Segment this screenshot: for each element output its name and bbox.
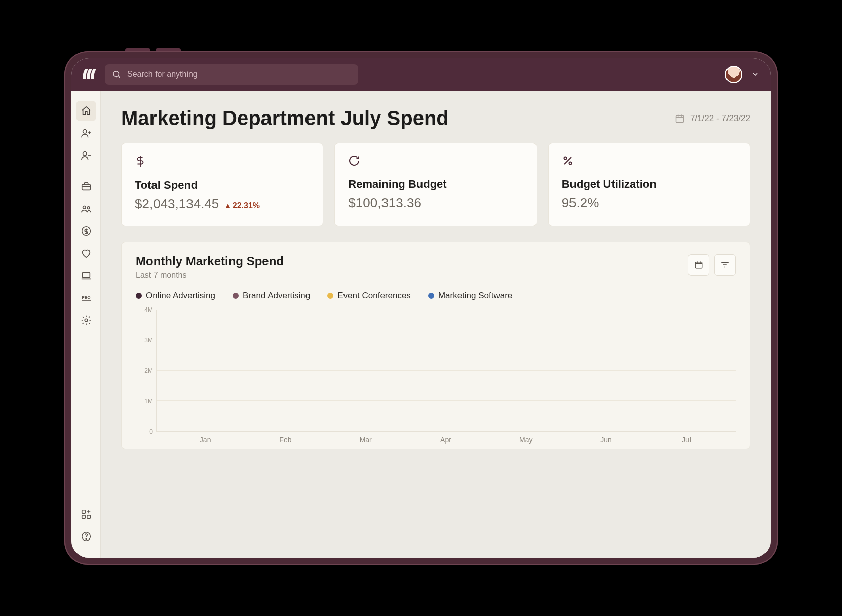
caret-up-icon xyxy=(225,203,231,208)
date-range-picker[interactable]: 7/1/22 - 7/23/22 xyxy=(675,113,750,124)
legend-label: Brand Advertising xyxy=(243,291,310,301)
total-spend-card: Total Spend $2,043,134.45 22.31% xyxy=(121,143,323,226)
x-tick: Feb xyxy=(271,436,300,444)
bar-column xyxy=(672,428,701,431)
x-tick: Mar xyxy=(351,436,380,444)
svg-text:PEO: PEO xyxy=(82,295,90,300)
legend-swatch xyxy=(136,293,142,299)
remaining-budget-card: Remaining Budget $100,313.36 xyxy=(334,143,537,226)
app-logo xyxy=(83,69,96,80)
tablet-frame: PEO Marketing Department July Spend 7/1/… xyxy=(64,51,778,565)
legend-swatch xyxy=(233,293,239,299)
svg-rect-12 xyxy=(87,515,90,518)
chart-filter-button[interactable] xyxy=(714,254,736,276)
svg-point-5 xyxy=(87,207,90,209)
chart-area: 01M2M3M4M xyxy=(136,310,736,432)
chart-subtitle: Last 7 months xyxy=(136,271,284,280)
heart-icon[interactable] xyxy=(76,243,96,263)
bar-column xyxy=(512,428,541,431)
x-tick: May xyxy=(511,436,541,444)
svg-point-0 xyxy=(113,71,119,77)
legend-item[interactable]: Brand Advertising xyxy=(233,291,310,301)
svg-point-2 xyxy=(83,152,86,156)
x-axis: JanFebMarAprMayJunJul xyxy=(136,432,736,444)
y-tick: 0 xyxy=(149,428,153,435)
laptop-icon[interactable] xyxy=(76,265,96,286)
svg-point-9 xyxy=(85,319,88,322)
stat-value: $2,043,134.45 xyxy=(135,196,219,211)
bar-column xyxy=(351,428,380,431)
search-box[interactable] xyxy=(105,64,358,85)
page-title: Marketing Department July Spend xyxy=(121,107,449,130)
search-input[interactable] xyxy=(126,69,351,80)
chart-card: Monthly Marketing Spend Last 7 months xyxy=(121,242,750,449)
plot xyxy=(156,310,736,432)
top-bar xyxy=(71,58,771,91)
legend-item[interactable]: Marketing Software xyxy=(428,291,512,301)
search-icon xyxy=(112,70,121,79)
svg-point-16 xyxy=(564,157,566,160)
delta-badge: 22.31% xyxy=(225,201,260,210)
svg-point-17 xyxy=(569,162,571,165)
stat-label: Budget Utilization xyxy=(562,178,737,191)
people-icon[interactable] xyxy=(76,199,96,219)
svg-rect-11 xyxy=(82,515,85,518)
screen: PEO Marketing Department July Spend 7/1/… xyxy=(71,58,771,558)
y-tick: 2M xyxy=(144,367,153,374)
stat-value: $100,313.36 xyxy=(348,195,422,210)
dollar-icon[interactable] xyxy=(76,221,96,241)
bar-column xyxy=(431,428,461,431)
chart-title: Monthly Marketing Spend xyxy=(136,254,284,268)
stat-label: Remaining Budget xyxy=(348,178,523,191)
chart-legend: Online AdvertisingBrand AdvertisingEvent… xyxy=(136,291,736,301)
stat-label: Total Spend xyxy=(135,179,310,192)
svg-rect-18 xyxy=(695,262,702,268)
refresh-icon xyxy=(348,155,523,167)
help-icon[interactable] xyxy=(76,526,96,547)
bar-column xyxy=(271,428,300,431)
svg-rect-10 xyxy=(82,510,85,513)
y-tick: 3M xyxy=(144,337,153,344)
sidebar: PEO xyxy=(71,91,101,558)
svg-point-1 xyxy=(83,130,86,133)
nav-divider xyxy=(79,171,93,171)
peo-icon[interactable]: PEO xyxy=(76,288,96,308)
home-icon[interactable] xyxy=(76,101,96,121)
svg-rect-7 xyxy=(82,273,90,278)
gear-icon[interactable] xyxy=(76,310,96,330)
stat-grid: Total Spend $2,043,134.45 22.31% xyxy=(121,143,750,226)
legend-item[interactable]: Event Conferences xyxy=(327,291,411,301)
svg-point-14 xyxy=(86,538,86,539)
chart-date-button[interactable] xyxy=(688,254,709,276)
remove-person-icon[interactable] xyxy=(76,145,96,166)
svg-rect-15 xyxy=(676,115,683,122)
date-range-label: 7/1/22 - 7/23/22 xyxy=(690,113,750,124)
legend-swatch xyxy=(428,293,434,299)
legend-label: Event Conferences xyxy=(337,291,411,301)
calendar-icon xyxy=(694,260,703,270)
account-menu-chevron-icon[interactable] xyxy=(751,70,759,79)
percent-icon xyxy=(562,155,737,167)
y-tick: 4M xyxy=(144,306,153,314)
legend-label: Online Advertising xyxy=(146,291,215,301)
filter-icon xyxy=(720,260,730,270)
calendar-icon xyxy=(675,113,685,124)
main-content: Marketing Department July Spend 7/1/22 -… xyxy=(101,91,771,558)
y-tick: 1M xyxy=(144,398,153,405)
bar-column xyxy=(592,428,621,431)
legend-swatch xyxy=(327,293,333,299)
avatar[interactable] xyxy=(725,66,742,83)
delta-value: 22.31% xyxy=(233,201,260,210)
x-tick: Jan xyxy=(190,436,220,444)
dollar-sign-icon xyxy=(135,155,310,168)
svg-point-4 xyxy=(83,206,86,209)
legend-label: Marketing Software xyxy=(438,291,512,301)
x-tick: Jun xyxy=(592,436,621,444)
budget-utilization-card: Budget Utilization 95.2% xyxy=(548,143,750,226)
briefcase-icon[interactable] xyxy=(76,176,96,197)
stat-value: 95.2% xyxy=(562,195,599,210)
add-person-icon[interactable] xyxy=(76,123,96,143)
apps-icon[interactable] xyxy=(76,504,96,524)
x-tick: Apr xyxy=(431,436,461,444)
legend-item[interactable]: Online Advertising xyxy=(136,291,215,301)
